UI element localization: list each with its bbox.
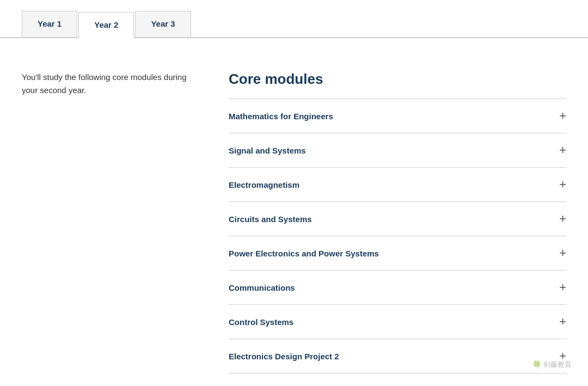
module-name-4: Circuits and Systems [229, 215, 312, 224]
module-name-3: Electromagnetism [229, 180, 299, 189]
content-area: You'll study the following core modules … [0, 38, 588, 386]
expand-icon-7[interactable]: + [559, 316, 566, 328]
tab-year-1[interactable]: Year 1 [22, 11, 77, 37]
expand-icon-2[interactable]: + [559, 144, 566, 156]
module-name-8: Electronics Design Project 2 [229, 352, 339, 361]
module-item-7[interactable]: Control Systems+ [229, 305, 566, 339]
module-item-5[interactable]: Power Electronics and Power Systems+ [229, 236, 566, 271]
module-item-4[interactable]: Circuits and Systems+ [229, 202, 566, 236]
section-title: Core modules [229, 71, 566, 88]
expand-icon-6[interactable]: + [559, 281, 566, 293]
expand-icon-3[interactable]: + [559, 179, 566, 191]
module-name-6: Communications [229, 283, 295, 292]
module-name-1: Mathematics for Engineers [229, 112, 333, 121]
module-item-8[interactable]: Electronics Design Project 2+ [229, 339, 566, 373]
module-item-2[interactable]: Signal and Systems+ [229, 133, 566, 168]
description-text: You'll study the following core modules … [22, 71, 196, 97]
expand-icon-4[interactable]: + [559, 213, 566, 225]
module-name-7: Control Systems [229, 317, 293, 327]
module-name-2: Signal and Systems [229, 146, 306, 155]
watermark: 🍀 剑藤教育 [532, 360, 572, 370]
tab-year-2[interactable]: Year 2 [78, 12, 134, 38]
expand-icon-1[interactable]: + [559, 110, 566, 122]
module-list: Mathematics for Engineers+Signal and Sys… [229, 99, 566, 373]
module-item-1[interactable]: Mathematics for Engineers+ [229, 99, 566, 133]
right-panel: Core modules Mathematics for Engineers+S… [229, 71, 566, 373]
module-item-3[interactable]: Electromagnetism+ [229, 168, 566, 202]
module-name-5: Power Electronics and Power Systems [229, 249, 379, 258]
tab-year-3[interactable]: Year 3 [135, 11, 191, 37]
left-panel: You'll study the following core modules … [22, 71, 196, 373]
tab-bar: Year 1Year 2Year 3 [0, 11, 588, 38]
module-item-6[interactable]: Communications+ [229, 271, 566, 305]
expand-icon-5[interactable]: + [559, 247, 566, 259]
